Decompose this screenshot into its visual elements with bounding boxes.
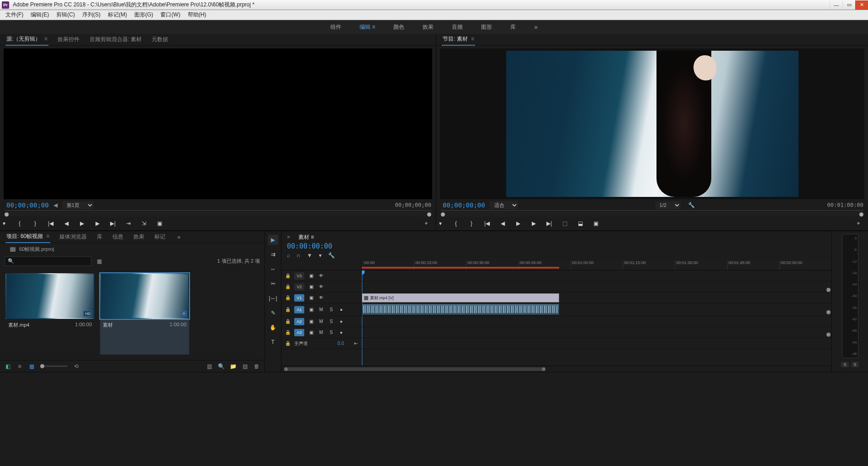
automate-icon[interactable]: ▥ — [206, 363, 212, 370]
play-icon[interactable]: ▶ — [78, 219, 86, 228]
fx-icon[interactable]: ▣ — [308, 319, 314, 324]
close-tab-icon[interactable]: × — [287, 234, 290, 240]
eye-icon[interactable]: 👁 — [318, 273, 324, 278]
solo-left[interactable]: S — [841, 362, 848, 367]
rec-icon[interactable]: ● — [338, 319, 344, 324]
track-v1[interactable]: 🔒V1▣👁 — [281, 292, 361, 303]
write-toggle-icon[interactable]: ◧ — [5, 363, 11, 370]
track-a2[interactable]: 🔒A2▣MS● — [281, 316, 361, 327]
solo-icon[interactable]: S — [328, 330, 334, 335]
settings-icon[interactable]: 🔧 — [688, 202, 695, 208]
track-master[interactable]: 🔒主声道0.0⇤ — [281, 338, 361, 349]
source-page-select[interactable]: 第1页 — [62, 201, 94, 209]
play-icon[interactable]: ▶ — [514, 219, 522, 228]
timeline-timecode[interactable]: 00:00:00:00 — [281, 242, 831, 251]
snap-icon[interactable]: ⌕ — [287, 252, 290, 259]
step-back-icon[interactable]: ◀ — [498, 219, 507, 228]
sort-icon[interactable]: ⟲ — [73, 363, 79, 370]
list-view-icon[interactable]: ≡ — [16, 363, 23, 370]
delete-icon[interactable]: 🗑 — [254, 363, 260, 370]
solo-icon[interactable]: S — [328, 319, 334, 324]
menu-sequence[interactable]: 序列(S) — [79, 10, 104, 20]
track-a1[interactable]: 🔒A1▣MS● — [281, 303, 361, 316]
menu-window[interactable]: 窗口(W) — [157, 10, 184, 20]
fx-icon[interactable]: ▣ — [308, 284, 314, 289]
tab-program[interactable]: 节目: 素材 ≡ — [442, 33, 475, 46]
tab-project[interactable]: 项目: 60帧视频 ≡ — [5, 231, 50, 243]
in-point-icon[interactable]: { — [16, 219, 24, 228]
lock-icon[interactable]: 🔒 — [285, 341, 291, 346]
ws-audio[interactable]: 音频 — [449, 21, 466, 33]
menu-marker[interactable]: 标记(M) — [104, 10, 131, 20]
out-point-icon[interactable]: } — [467, 219, 476, 228]
program-viewer[interactable] — [440, 48, 864, 199]
lift-icon[interactable]: ⬚ — [561, 219, 569, 228]
insert-icon[interactable]: ⇥ — [124, 219, 132, 228]
project-item[interactable]: ≡ 素材 1:00:00 — [100, 273, 189, 355]
add-marker-icon[interactable]: ▼ — [307, 252, 312, 259]
slip-tool[interactable]: |↔| — [268, 293, 278, 303]
maximize-button[interactable]: ▭ — [842, 0, 855, 10]
wrench-icon[interactable]: 🔧 — [328, 252, 335, 259]
eye-icon[interactable]: 👁 — [318, 295, 324, 300]
rec-icon[interactable]: ● — [338, 330, 344, 335]
lock-icon[interactable]: 🔒 — [285, 319, 291, 324]
export-frame-icon[interactable]: ▣ — [592, 219, 600, 228]
goto-out-icon[interactable]: ▶| — [109, 219, 117, 228]
source-timecode-in[interactable]: 00;00;00;00 — [6, 201, 49, 209]
eye-icon[interactable]: 👁 — [318, 284, 324, 289]
sequence-tab[interactable]: 素材 ≡ — [298, 233, 314, 241]
tab-audio-mixer[interactable]: 音频剪辑混合器: 素材 — [89, 34, 143, 45]
track-select-tool[interactable]: ⇉ — [268, 249, 278, 259]
fx-icon[interactable]: ▣ — [308, 307, 314, 312]
ws-assembly[interactable]: 组件 — [328, 21, 344, 33]
collapse-icon[interactable]: ⇤ — [354, 341, 358, 346]
audio-clip[interactable] — [362, 304, 559, 315]
lock-icon[interactable]: 🔒 — [285, 273, 291, 278]
tab-info[interactable]: 信息 — [111, 231, 124, 243]
menu-file[interactable]: 文件(F) — [2, 10, 27, 20]
program-ruler[interactable] — [441, 210, 863, 217]
menu-clip[interactable]: 剪辑(C) — [53, 10, 79, 20]
goto-out-icon[interactable]: ▶| — [545, 219, 553, 228]
lock-icon[interactable]: 🔒 — [285, 284, 291, 289]
selection-tool[interactable]: ▶ — [268, 235, 278, 245]
timeline-settings-icon[interactable]: ▾ — [319, 252, 322, 259]
menu-graphics[interactable]: 图形(G) — [131, 10, 157, 20]
fx-icon[interactable]: ▣ — [308, 330, 314, 335]
close-button[interactable]: ✕ — [855, 0, 868, 10]
mute-icon[interactable]: M — [318, 330, 324, 335]
new-bin-icon[interactable]: 📁 — [230, 363, 236, 370]
fx-icon[interactable]: ▣ — [308, 295, 314, 300]
bin-icon[interactable]: ▦ — [97, 258, 102, 265]
ripple-tool[interactable]: ↔ — [268, 264, 278, 274]
solo-icon[interactable]: S — [328, 307, 334, 312]
extract-icon[interactable]: ⬓ — [576, 219, 584, 228]
in-point-icon[interactable]: { — [452, 219, 460, 228]
find-icon[interactable]: 🔍 — [218, 363, 224, 370]
tab-media-browser[interactable]: 媒体浏览器 — [58, 231, 88, 243]
track-v3[interactable]: 🔒V3▣👁 — [281, 270, 361, 281]
step-fwd-icon[interactable]: ▶ — [529, 219, 538, 228]
type-tool[interactable]: T — [268, 337, 278, 347]
linked-selection-icon[interactable]: ∩ — [296, 252, 301, 259]
track-a3[interactable]: 🔒A3▣MS● — [281, 327, 361, 338]
ws-color[interactable]: 颜色 — [391, 21, 407, 33]
v-zoom-knob[interactable] — [826, 310, 831, 314]
ws-effects[interactable]: 效果 — [420, 21, 436, 33]
source-viewer[interactable] — [4, 48, 432, 199]
panel-menu-icon[interactable]: ≡ — [42, 36, 47, 42]
minimize-button[interactable]: — — [830, 0, 842, 10]
lock-icon[interactable]: 🔒 — [285, 330, 291, 335]
export-frame-icon[interactable]: ▣ — [155, 219, 164, 228]
menu-help[interactable]: 帮助(H) — [184, 10, 210, 20]
new-item-icon[interactable]: ▤ — [242, 363, 248, 370]
tab-markers[interactable]: 标记 — [153, 231, 166, 243]
ws-overflow[interactable]: » — [531, 21, 540, 32]
project-search[interactable]: 🔍 — [5, 256, 91, 266]
tab-source[interactable]: 源:（无剪辑） ≡ — [5, 33, 48, 46]
menu-edit[interactable]: 编辑(E) — [27, 10, 53, 20]
fx-icon[interactable]: ▣ — [308, 273, 314, 278]
step-fwd-icon[interactable]: ▶ — [93, 219, 101, 228]
mute-icon[interactable]: M — [318, 319, 324, 324]
